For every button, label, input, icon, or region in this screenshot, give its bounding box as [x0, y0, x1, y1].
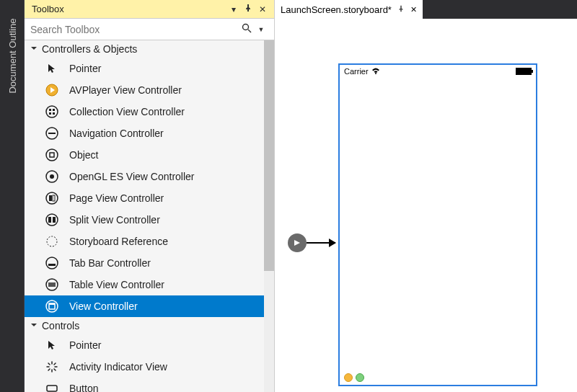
panel-close-button[interactable]: ✕	[255, 4, 270, 14]
viewcontroller-icon	[45, 299, 59, 313]
pointer-icon	[45, 338, 59, 352]
toolbox-item-navigation[interactable]: Navigation Controller	[25, 122, 264, 144]
pageview-icon	[45, 191, 59, 205]
group-label: Controllers & Objects	[42, 43, 137, 55]
toolbox-item-label: Activity Indicator View	[69, 361, 167, 373]
tab-launchscreen[interactable]: LaunchScreen.storyboard* ✕	[275, 0, 423, 19]
carrier-label: Carrier	[344, 67, 380, 76]
storyboard-canvas[interactable]: Carrier	[275, 19, 577, 392]
svg-point-21	[46, 257, 58, 269]
svg-line-35	[54, 369, 56, 370]
svg-line-34	[48, 363, 50, 365]
svg-rect-29	[49, 303, 55, 305]
toolbox-item-avplayer[interactable]: AVPlayer View Controller	[25, 79, 264, 101]
activity-icon	[45, 360, 59, 374]
group-controls[interactable]: Controls	[25, 317, 264, 334]
toolbox-item-label: Page View Controller	[69, 192, 164, 204]
entry-point-arrow[interactable]	[288, 233, 335, 252]
svg-rect-19	[53, 217, 56, 223]
toolbox-item-pointer[interactable]: Pointer	[25, 334, 264, 356]
toolbox-item-label: Pointer	[69, 63, 101, 74]
svg-rect-6	[49, 112, 51, 115]
tabbar-icon	[45, 256, 59, 270]
svg-rect-11	[50, 153, 54, 157]
svg-rect-38	[47, 386, 57, 391]
storyboardref-icon	[45, 234, 59, 249]
toolbox-item-label: AVPlayer View Controller	[69, 84, 182, 96]
search-dropdown-icon[interactable]: ▼	[254, 26, 268, 33]
svg-line-37	[54, 363, 56, 365]
svg-rect-7	[53, 112, 55, 115]
status-bar: Carrier	[340, 65, 536, 78]
toolbox-item-activity[interactable]: Activity Indicator View	[25, 356, 264, 378]
panel-pin-button[interactable]	[241, 4, 255, 14]
panel-dropdown-button[interactable]: ▾	[226, 4, 241, 14]
toolbox-item-tableview[interactable]: Table View Controller	[25, 274, 264, 295]
avplayer-icon	[45, 83, 59, 97]
toolbox-item-label: Object	[69, 149, 98, 161]
toolbox-item-label: OpenGL ES View Controller	[69, 171, 195, 182]
toolbox-search-row: ▼	[25, 19, 274, 40]
toolbox-item-label: Tab Bar Controller	[69, 257, 151, 269]
toolbox-item-label: Button	[69, 383, 98, 392]
editor-tabs: LaunchScreen.storyboard* ✕	[275, 0, 577, 19]
opengl-icon	[45, 169, 59, 184]
svg-rect-9	[48, 133, 56, 134]
toolbox-item-label: View Controller	[69, 300, 138, 312]
collection-icon	[45, 104, 59, 119]
toolbox-item-label: Table View Controller	[69, 279, 164, 290]
toolbox-item-storyboardref[interactable]: Storyboard Reference	[25, 231, 264, 252]
document-outline-tab[interactable]: Document Outline	[0, 0, 25, 392]
svg-point-3	[46, 106, 58, 117]
battery-icon	[516, 68, 532, 75]
svg-point-0	[243, 24, 249, 30]
svg-line-1	[248, 30, 251, 32]
svg-rect-4	[49, 109, 51, 111]
storyboard-editor: LaunchScreen.storyboard* ✕ Carrier	[275, 0, 577, 392]
svg-point-27	[46, 300, 58, 312]
toolbox-item-label: Storyboard Reference	[69, 236, 168, 247]
tab-label: LaunchScreen.storyboard*	[281, 4, 392, 15]
group-controllers-objects[interactable]: Controllers & Objects	[25, 40, 264, 58]
document-outline-label: Document Outline	[6, 18, 17, 93]
toolbox-item-pointer[interactable]: Pointer	[25, 58, 264, 79]
toolbox-item-tabbar[interactable]: Tab Bar Controller	[25, 252, 264, 274]
object-icon	[45, 148, 59, 162]
svg-point-10	[46, 149, 58, 161]
toolbox-item-viewcontroller[interactable]: View Controller	[25, 295, 264, 317]
svg-point-13	[50, 174, 54, 179]
toolbox-item-label: Pointer	[69, 339, 101, 351]
toolbox-item-button[interactable]: Button	[25, 378, 264, 392]
search-icon[interactable]	[239, 22, 254, 36]
entry-arrow-line	[307, 242, 335, 244]
svg-point-39	[375, 73, 376, 74]
svg-line-36	[48, 369, 50, 370]
svg-rect-22	[48, 264, 56, 266]
toolbox-scrollbar[interactable]	[264, 40, 274, 392]
toolbox-tree: Controllers & Objects PointerAVPlayer Vi…	[25, 40, 274, 392]
tab-pin-icon[interactable]	[397, 5, 405, 14]
scrollbar-thumb[interactable]	[264, 40, 274, 271]
toolbox-item-split[interactable]: Split View Controller	[25, 209, 264, 231]
toolbox-item-opengl[interactable]: OpenGL ES View Controller	[25, 166, 264, 187]
toolbox-item-label: Navigation Controller	[69, 128, 164, 139]
toolbox-item-label: Collection View Controller	[69, 106, 185, 117]
svg-rect-15	[49, 195, 52, 201]
wifi-icon	[371, 68, 380, 75]
first-responder-icon	[344, 373, 353, 382]
expand-arrow-icon	[30, 45, 39, 53]
toolbox-header: Toolbox ▾ ✕	[25, 0, 274, 19]
toolbox-item-collection[interactable]: Collection View Controller	[25, 101, 264, 122]
svg-point-17	[46, 214, 58, 226]
tab-close-icon[interactable]: ✕	[410, 5, 417, 14]
toolbox-item-object[interactable]: Object	[25, 144, 264, 166]
tableview-icon	[45, 277, 59, 292]
split-icon	[45, 213, 59, 227]
button-icon	[45, 381, 59, 392]
pointer-icon	[45, 61, 59, 76]
toolbox-item-pageview[interactable]: Page View Controller	[25, 187, 264, 209]
toolbox-search-input[interactable]	[30, 24, 239, 35]
exit-icon	[356, 373, 364, 382]
toolbox-item-label: Split View Controller	[69, 214, 160, 226]
view-controller-scene[interactable]: Carrier	[338, 63, 537, 386]
